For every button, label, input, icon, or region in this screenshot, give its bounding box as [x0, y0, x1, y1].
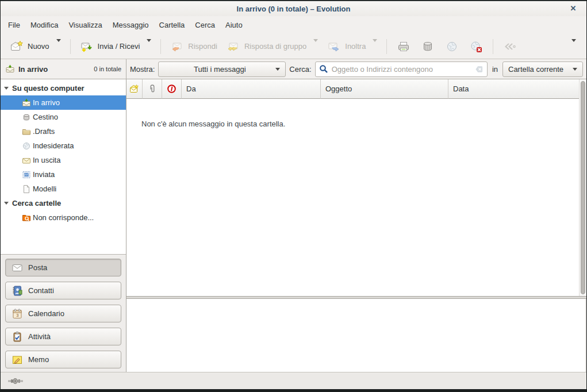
clear-icon[interactable]: [475, 65, 484, 74]
switcher-calendario-button[interactable]: 3 Calendario: [5, 305, 121, 322]
folder-tree: Su questo computer In arrivo: [1, 79, 126, 254]
toolbar: Nuovo Invia / Ricevi: [1, 34, 586, 59]
trash-icon: [421, 40, 435, 53]
priority-column-icon: [167, 84, 177, 94]
send-receive-dropdown[interactable]: [144, 39, 156, 53]
sidebar-group-cerca-cartelle[interactable]: Cerca cartelle: [1, 196, 126, 210]
search-scope-value: Cartella corrente: [508, 65, 563, 74]
send-receive-button[interactable]: Invia / Ricevi: [75, 37, 145, 56]
sidebar-item-label: In arrivo: [33, 98, 60, 107]
online-status-icon[interactable]: [8, 376, 23, 386]
filter-bar: In arrivo 0 in totale Mostra: Tutti i me…: [1, 59, 586, 79]
reply-button[interactable]: Rispondi: [166, 37, 222, 56]
chevron-down-icon: [573, 68, 577, 73]
evolution-window: In arrivo (0 in totale) – Evolution ✕ Fi…: [0, 0, 587, 392]
print-icon: [397, 40, 410, 53]
titlebar: In arrivo (0 in totale) – Evolution ✕: [1, 1, 586, 16]
search-input[interactable]: [332, 65, 471, 74]
sidebar-item-drafts[interactable]: .Drafts: [1, 124, 126, 139]
current-folder-header: In arrivo 0 in totale: [1, 59, 126, 79]
search-entry: [315, 62, 488, 77]
forward-button[interactable]: Inoltra: [323, 37, 370, 56]
switcher-memo-button[interactable]: Memo: [5, 351, 121, 368]
column-da[interactable]: Da: [182, 79, 321, 99]
not-junk-icon: [469, 40, 483, 53]
inbox-icon: [21, 98, 31, 107]
reply-group-dropdown[interactable]: [311, 39, 323, 53]
switcher-label: Posta: [28, 263, 47, 272]
menu-visualizza[interactable]: Visualizza: [63, 18, 107, 32]
column-label: Data: [453, 84, 469, 93]
column-priority[interactable]: [162, 79, 182, 99]
junk-button[interactable]: [440, 37, 464, 56]
menu-messaggio[interactable]: Messaggio: [108, 18, 154, 32]
menu-file[interactable]: File: [3, 18, 25, 32]
switcher-contatti-button[interactable]: Contatti: [5, 282, 121, 299]
status-bar: [1, 372, 586, 389]
cerca-label: Cerca:: [289, 65, 311, 74]
window-bottom-edge: [1, 389, 586, 391]
inbox-icon: [5, 64, 15, 74]
scrollbar-thumb[interactable]: [581, 81, 585, 294]
expander-triangle-icon[interactable]: [4, 87, 9, 92]
toolbar-separator: [493, 39, 493, 54]
delete-button[interactable]: [416, 37, 440, 56]
history-back-icon: [503, 40, 518, 53]
sidebar-item-indesiderata[interactable]: Indesiderata: [1, 139, 126, 153]
svg-text:3: 3: [16, 313, 18, 318]
column-label: Oggetto: [325, 84, 352, 93]
close-icon[interactable]: ✕: [568, 3, 578, 14]
print-button[interactable]: [392, 37, 416, 56]
column-attachment[interactable]: [143, 79, 162, 99]
window-title: In arrivo (0 in totale) – Evolution: [237, 5, 351, 13]
sidebar-item-non-corrisponde[interactable]: Non corrisponde...: [1, 210, 126, 225]
new-button[interactable]: Nuovo: [5, 37, 54, 56]
reply-group-button[interactable]: Risposta di gruppo: [222, 37, 311, 56]
message-list-scrollbar[interactable]: [579, 79, 586, 296]
menu-aiuto[interactable]: Aiuto: [220, 18, 248, 32]
history-back-button[interactable]: [498, 37, 523, 56]
toolbar-overflow-button[interactable]: [566, 40, 582, 53]
column-unread[interactable]: [126, 79, 143, 99]
new-mail-icon: [10, 40, 24, 53]
preview-pane: [126, 299, 586, 373]
reply-icon: [170, 40, 184, 53]
mostra-label: Mostra:: [130, 65, 155, 74]
menu-cerca[interactable]: Cerca: [190, 18, 220, 32]
sidebar-item-cestino[interactable]: Cestino: [1, 110, 126, 124]
main-area: Su questo computer In arrivo: [1, 79, 586, 373]
sidebar-item-label: Cestino: [33, 113, 58, 121]
search-scope-dropdown[interactable]: Cartella corrente: [502, 62, 583, 77]
toolbar-separator: [160, 39, 161, 54]
sidebar-item-modelli[interactable]: Modelli: [1, 182, 126, 196]
reply-button-label: Rispondi: [188, 42, 217, 51]
current-folder-title: In arrivo: [18, 65, 48, 74]
menu-modifica[interactable]: Modifica: [25, 18, 63, 32]
tasks-icon: [11, 331, 23, 343]
sidebar-group-label: Cerca cartelle: [12, 199, 61, 207]
sidebar-item-label: In uscita: [33, 156, 60, 164]
mail-icon: [11, 262, 23, 274]
sidebar-group-computer[interactable]: Su questo computer: [1, 81, 126, 95]
switcher-posta-button[interactable]: Posta: [5, 259, 121, 276]
column-data[interactable]: Data: [448, 79, 586, 99]
not-junk-button[interactable]: [464, 37, 488, 56]
menu-cartella[interactable]: Cartella: [154, 18, 190, 32]
expander-triangle-icon[interactable]: [4, 202, 9, 207]
search-toolbar: Mostra: Tutti i messaggi Cerca:: [126, 62, 586, 77]
column-oggetto[interactable]: Oggetto: [321, 79, 448, 99]
message-list-header: Da Oggetto Data: [126, 79, 586, 99]
sidebar-group-label: Su questo computer: [12, 84, 85, 93]
switcher-label: Contatti: [28, 286, 54, 295]
sidebar: Su questo computer In arrivo: [1, 79, 126, 373]
sidebar-item-in-uscita[interactable]: In uscita: [1, 153, 126, 167]
forward-dropdown[interactable]: [370, 39, 382, 53]
switcher-attivita-button[interactable]: Attività: [5, 328, 121, 345]
junk-icon: [21, 141, 31, 151]
message-filter-dropdown[interactable]: Tutti i messaggi: [158, 62, 286, 77]
forward-button-label: Inoltra: [345, 42, 366, 51]
sidebar-item-in-arrivo[interactable]: In arrivo: [1, 95, 126, 110]
sidebar-item-inviata[interactable]: Inviata: [1, 167, 126, 182]
new-button-dropdown[interactable]: [54, 39, 66, 53]
new-button-label: Nuovo: [28, 42, 49, 51]
